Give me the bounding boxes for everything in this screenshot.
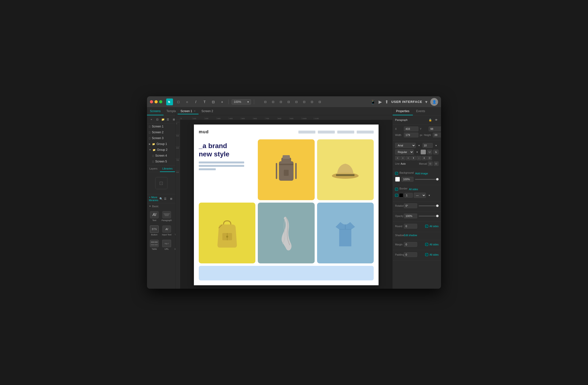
width-input[interactable] <box>404 133 419 137</box>
border-style-select[interactable]: — <box>414 193 426 198</box>
text-tool[interactable]: T <box>201 98 208 105</box>
list-btn[interactable]: ☰ <box>427 156 432 160</box>
x-input[interactable] <box>404 126 419 131</box>
close-tab-screen1[interactable]: ✕ <box>194 110 196 112</box>
padding-input[interactable] <box>404 252 417 257</box>
canvas-tab-screen2[interactable]: Screen 2 <box>198 109 216 114</box>
height-input[interactable] <box>433 133 441 137</box>
component-button[interactable]: BTN Button <box>149 224 160 237</box>
align-top-left[interactable]: ⊡ <box>262 98 269 105</box>
distribute-h[interactable]: ⊡ <box>309 98 315 105</box>
rotation-slider[interactable] <box>419 205 439 206</box>
tab-events[interactable]: Events <box>413 108 429 115</box>
layer-screen1[interactable]: ⎕ Screen 1 <box>147 124 175 129</box>
component-text-table[interactable]: Text Table <box>174 224 175 237</box>
align-top-right[interactable]: ⊡ <box>277 98 284 105</box>
align-top-center[interactable]: ⊡ <box>270 98 276 105</box>
border-width-input[interactable] <box>404 193 413 198</box>
component-document[interactable]: 📄 Document <box>174 238 175 252</box>
tab-libraries[interactable]: Libraries <box>160 166 175 172</box>
border-color-swatch[interactable] <box>399 193 403 198</box>
align-center[interactable]: ⊡ <box>285 98 292 105</box>
edit-shadow-link[interactable]: Edit shadow <box>404 234 417 237</box>
tab-layers[interactable]: Layers <box>147 166 160 172</box>
opacity-input[interactable] <box>404 214 417 218</box>
rectangle-tool[interactable]: □ <box>175 98 182 105</box>
project-chevron[interactable]: ▾ <box>425 99 427 105</box>
canvas-tab-screen1[interactable]: Screen 1 ✕ <box>178 109 198 114</box>
line-expand-btn[interactable]: ⊡ <box>428 161 433 166</box>
padding-all-sides-check[interactable]: ✓ <box>425 253 428 256</box>
add-folder-btn[interactable]: 📁 <box>161 117 166 122</box>
bg-color-swatch[interactable] <box>395 177 400 182</box>
valign-top-btn[interactable]: ⬆ <box>411 156 416 160</box>
strikethrough-btn[interactable]: S̶ <box>433 150 439 155</box>
maximize-button[interactable] <box>159 100 162 103</box>
lock-icon[interactable]: 🔒 <box>428 117 433 122</box>
font-size-input[interactable] <box>422 143 433 148</box>
library-grid-btn[interactable]: ⊞ <box>169 196 173 201</box>
rotation-input[interactable] <box>404 203 417 208</box>
minimize-button[interactable] <box>154 100 158 103</box>
align-middle[interactable]: ⊡ <box>293 98 300 105</box>
margin-all-sides-check[interactable]: ✓ <box>425 243 428 246</box>
close-button[interactable] <box>150 100 153 103</box>
border-checkbox[interactable]: ✓ <box>395 188 398 191</box>
font-size-chevron[interactable]: ▾ <box>434 143 439 148</box>
font-family-select[interactable]: Arial <box>395 143 416 148</box>
user-avatar[interactable]: 👤 <box>430 98 438 106</box>
tab-properties[interactable]: Properties <box>393 108 413 115</box>
font-chevron[interactable]: ▾ <box>417 143 421 148</box>
align-bottom[interactable]: ⊡ <box>301 98 308 105</box>
y-input[interactable] <box>429 126 441 131</box>
image-tool[interactable]: ⊡ <box>210 98 217 105</box>
distribute-v[interactable]: ⊡ <box>316 98 323 105</box>
component-url[interactable]: http:// URL <box>161 238 173 252</box>
zoom-select[interactable]: 100% ▾ <box>231 99 251 105</box>
bg-opacity-slider[interactable] <box>415 179 439 180</box>
layer-group1[interactable]: ▶ 📁 Group 1 <box>147 141 175 147</box>
component-table[interactable]: Table <box>149 238 160 252</box>
add-layer-btn[interactable]: + <box>149 117 154 122</box>
color-swatch-small[interactable] <box>420 150 426 155</box>
component-paragraph[interactable]: Paragraph <box>161 210 173 223</box>
border-style-chevron[interactable]: ▾ <box>427 193 432 198</box>
underline-btn[interactable]: U <box>427 150 432 155</box>
line-tool[interactable]: / <box>192 98 199 105</box>
layer-group2[interactable]: ▼ 📁 Group 2 <box>147 147 175 153</box>
round-input[interactable] <box>404 224 417 229</box>
layer-screen3[interactable]: ⎕ Screen 3 <box>147 135 175 141</box>
component-input-text[interactable]: AI Input Text <box>161 224 173 237</box>
line-settings-btn[interactable]: ⊡ <box>434 161 439 166</box>
border-all-sides[interactable]: All sides <box>409 188 418 191</box>
tab-screens[interactable]: Screens <box>147 108 164 115</box>
section-toggle[interactable]: ▼ <box>149 205 151 207</box>
layer-screen2[interactable]: ⎕ Screen 2 <box>147 129 175 135</box>
grid-view-btn[interactable]: ⊞ <box>171 117 176 122</box>
select-tool[interactable] <box>166 98 173 105</box>
mobile-preview[interactable]: 📱 <box>370 99 376 105</box>
add-tool[interactable]: + <box>219 98 226 105</box>
valign-middle-btn[interactable]: ↕ <box>417 156 421 160</box>
add-library-btn[interactable]: + More libraries <box>149 196 159 202</box>
component-image[interactable]: ⊡ Image <box>174 210 175 223</box>
export-btn[interactable]: ⬆ <box>385 99 389 105</box>
opacity-slider[interactable] <box>419 216 439 216</box>
border-check2[interactable]: ✓ <box>395 194 398 197</box>
list-view-btn[interactable]: ☰ <box>166 117 170 122</box>
round-all-sides-check[interactable]: ✓ <box>425 225 428 228</box>
add-image-btn[interactable]: Add image <box>415 172 428 175</box>
visibility-icon[interactable]: 👁 <box>434 117 439 122</box>
align-right-btn[interactable]: ≡ <box>406 156 411 160</box>
add-image-layer-btn[interactable]: ⊡ <box>155 117 160 122</box>
margin-input[interactable] <box>404 242 417 247</box>
valign-bottom-btn[interactable]: ⬇ <box>422 156 427 160</box>
bg-checkbox[interactable]: ✓ <box>395 172 398 175</box>
align-center-btn[interactable]: ≡ <box>400 156 405 160</box>
play-btn[interactable]: ▶ <box>378 99 382 105</box>
ellipse-tool[interactable]: ○ <box>184 98 190 105</box>
font-style-select[interactable]: Regular <box>395 149 414 155</box>
library-list-btn[interactable]: ☰ <box>163 196 168 201</box>
library-search-btn[interactable]: 🔍 <box>159 197 163 200</box>
font-style-chevron[interactable]: ▾ <box>415 150 420 155</box>
